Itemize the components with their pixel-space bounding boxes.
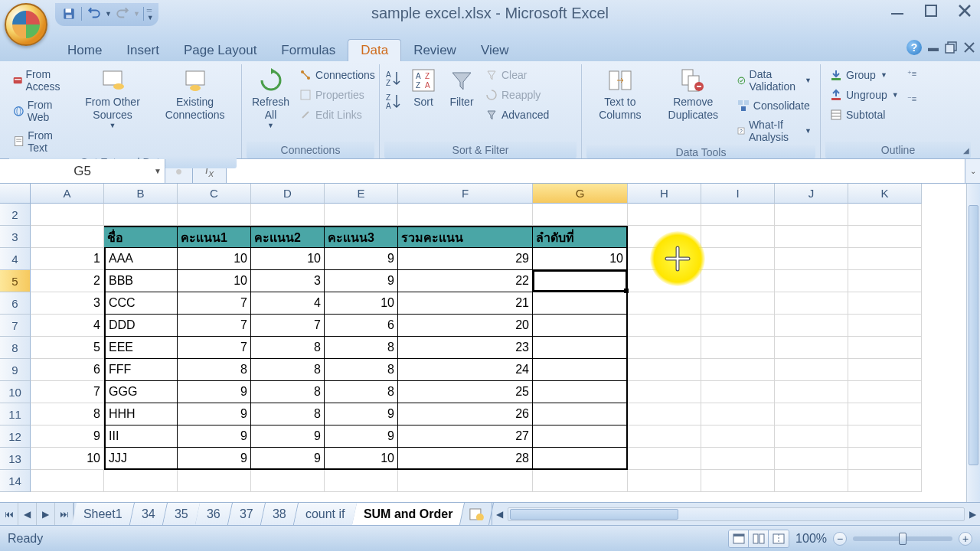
cell-A11[interactable]: 8 [31,403,104,425]
column-header-H[interactable]: H [628,184,701,204]
cell-J12[interactable] [775,425,848,448]
cell-J13[interactable] [775,448,848,470]
cell-K11[interactable] [848,403,922,425]
from-access-button[interactable]: From Access [9,66,72,95]
name-box[interactable]: ▼ [0,159,165,183]
minimize-icon[interactable] [888,2,906,20]
save-icon[interactable] [60,5,78,22]
cell-E8[interactable]: 8 [325,337,398,359]
sheet-tab-37[interactable]: 37 [228,503,266,525]
cell-G9[interactable] [533,359,628,381]
zoom-value[interactable]: 100% [795,532,827,546]
ribbon-minimize-icon[interactable]: ▬ [928,41,939,54]
undo-icon[interactable] [85,5,103,22]
cell-D8[interactable]: 8 [251,337,325,359]
cell-B12[interactable]: III [104,425,178,448]
formula-input[interactable] [227,159,965,183]
cell-B13[interactable]: JJJ [104,448,178,470]
cell-J5[interactable] [775,270,848,292]
cell-B4[interactable]: AAA [104,248,178,270]
hide-detail-icon[interactable]: ⁻≡ [907,94,916,104]
cell-A3[interactable] [31,226,104,248]
row-header-8[interactable]: 8 [0,337,31,359]
cell-F2[interactable] [398,204,533,226]
cell-C7[interactable]: 7 [178,315,251,337]
row-header-6[interactable]: 6 [0,292,31,315]
connections-button[interactable]: Connections [295,66,379,84]
cell-B5[interactable]: BBB [104,270,178,292]
cell-B2[interactable] [104,204,178,226]
cell-C4[interactable]: 10 [178,248,251,270]
ribbon-restore-icon[interactable] [945,41,957,54]
cell-D3[interactable]: คะแนน2 [251,226,325,248]
maximize-icon[interactable] [922,2,940,20]
cell-C9[interactable]: 8 [178,359,251,381]
cell-K3[interactable] [848,226,922,248]
sheet-tab-34[interactable]: 34 [130,503,168,525]
redo-icon[interactable] [113,5,132,22]
cell-D12[interactable]: 9 [251,425,325,448]
cell-I11[interactable] [701,403,775,425]
cell-F5[interactable]: 22 [398,270,533,292]
column-header-C[interactable]: C [178,184,251,204]
cell-D9[interactable]: 8 [251,359,325,381]
cell-H2[interactable] [628,204,701,226]
cell-D14[interactable] [251,470,325,492]
cell-F6[interactable]: 21 [398,292,533,315]
cell-A7[interactable]: 4 [31,315,104,337]
cell-I14[interactable] [701,470,775,492]
cell-C12[interactable]: 9 [178,425,251,448]
help-icon[interactable]: ? [906,40,922,55]
qat-customize-icon[interactable]: ═▼ [147,6,154,21]
row-header-11[interactable]: 11 [0,403,31,425]
cell-C14[interactable] [178,470,251,492]
row-header-5[interactable]: 5 [0,270,31,292]
cell-E9[interactable]: 8 [325,359,398,381]
cell-I5[interactable] [701,270,775,292]
column-header-A[interactable]: A [31,184,104,204]
cell-I6[interactable] [701,292,775,315]
cell-H12[interactable] [628,425,701,448]
refresh-all-button[interactable]: Refresh All▼ [247,64,295,132]
cell-I13[interactable] [701,448,775,470]
cell-J4[interactable] [775,248,848,270]
cell-K10[interactable] [848,381,922,403]
cell-F3[interactable]: รวมคะแนน [398,226,533,248]
next-sheet-icon[interactable]: ▶ [37,503,55,525]
cell-E13[interactable]: 10 [325,448,398,470]
cell-E12[interactable]: 9 [325,425,398,448]
cell-B10[interactable]: GGG [104,381,178,403]
first-sheet-icon[interactable]: ⏮ [0,503,18,525]
column-header-K[interactable]: K [848,184,922,204]
cell-I10[interactable] [701,381,775,403]
cell-K4[interactable] [848,248,922,270]
cell-A4[interactable]: 1 [31,248,104,270]
cell-E4[interactable]: 9 [325,248,398,270]
cell-C2[interactable] [178,204,251,226]
cell-F14[interactable] [398,470,533,492]
cell-H6[interactable] [628,292,701,315]
cell-A5[interactable]: 2 [31,270,104,292]
cell-K2[interactable] [848,204,922,226]
cell-J8[interactable] [775,337,848,359]
cell-H14[interactable] [628,470,701,492]
column-header-E[interactable]: E [325,184,398,204]
cell-D4[interactable]: 10 [251,248,325,270]
subtotal-button[interactable]: Subtotal [825,106,903,124]
page-layout-view-icon[interactable] [749,530,769,547]
sort-desc-button[interactable]: ZA [384,92,404,112]
worksheet-grid[interactable]: ABCDEFGHIJK 234567891011121314 ชื่อคะแนน… [0,184,980,502]
sheet-tab-35[interactable]: 35 [162,503,200,525]
outline-launcher-icon[interactable]: ◢ [963,146,969,155]
column-header-D[interactable]: D [251,184,325,204]
cell-I12[interactable] [701,425,775,448]
cell-E11[interactable]: 9 [325,403,398,425]
cell-I4[interactable] [701,248,775,270]
cell-B9[interactable]: FFF [104,359,178,381]
ribbon-close-icon[interactable] [963,41,975,54]
horizontal-scrollbar[interactable]: ◀ ▶ [492,503,980,525]
cell-H9[interactable] [628,359,701,381]
tab-insert[interactable]: Insert [114,40,172,61]
cell-G7[interactable] [533,315,628,337]
tab-view[interactable]: View [469,40,521,61]
